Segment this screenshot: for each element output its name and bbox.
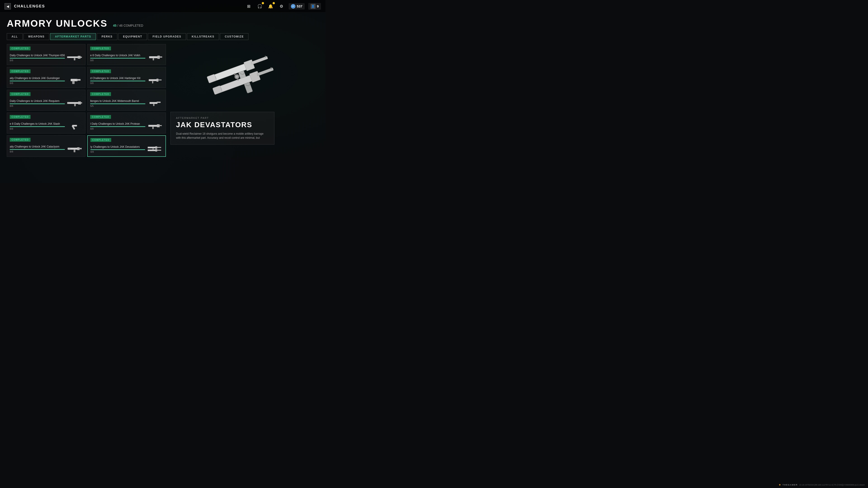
challenge-card[interactable]: COMPLETED Daily Challenges to Unlock JAK… bbox=[7, 44, 86, 65]
currency-display: CP 537 bbox=[289, 3, 305, 9]
challenge-row: Daily Challenges to Unlock JAK Requiem 8… bbox=[10, 98, 83, 108]
tab-killstreaks[interactable]: KILLSTREAKS bbox=[187, 33, 219, 40]
challenge-name: Daily Challenges to Unlock JAK Thumper-6… bbox=[10, 54, 65, 57]
weapon-3d-view bbox=[170, 44, 274, 112]
challenge-text: aily Challenges to Unlock JAK Cataclysm … bbox=[10, 145, 65, 153]
notification-badge bbox=[273, 2, 275, 4]
progress-text: 8/8 bbox=[10, 105, 65, 107]
svg-rect-34 bbox=[74, 150, 75, 152]
progress-bar bbox=[10, 126, 65, 127]
progress-bar-container bbox=[10, 103, 65, 104]
svg-rect-35 bbox=[148, 147, 156, 149]
svg-rect-15 bbox=[152, 81, 153, 84]
settings-icon[interactable]: ⚙ bbox=[278, 3, 285, 10]
progress-bar bbox=[90, 80, 145, 81]
svg-rect-0 bbox=[68, 57, 79, 58]
progress-bar bbox=[90, 126, 145, 127]
challenge-name: Daily Challenges to Unlock JAK Requiem bbox=[10, 99, 65, 103]
svg-rect-18 bbox=[80, 102, 82, 103]
progress-text: 5/5 bbox=[90, 105, 145, 107]
challenge-card[interactable]: COMPLETED l Daily Challenges to Unlock J… bbox=[87, 112, 166, 133]
svg-rect-40 bbox=[156, 150, 161, 151]
headset-badge bbox=[262, 2, 264, 4]
challenge-row: aily Challenges to Unlock JAK Cataclysm … bbox=[10, 144, 83, 154]
completed-badge: COMPLETED bbox=[10, 115, 31, 119]
weapon-info-name: JAK DEVASTATORS bbox=[176, 121, 269, 129]
currency-amount: 537 bbox=[297, 4, 303, 8]
notifications-icon[interactable]: 🔔 bbox=[267, 3, 274, 10]
weapon-thumbnail bbox=[67, 144, 83, 154]
progress-text: 8/8 bbox=[10, 150, 65, 153]
weapon-thumbnail bbox=[147, 53, 163, 63]
svg-rect-32 bbox=[79, 148, 82, 149]
challenge-name: ly Challenges to Unlock JAK Devastators bbox=[90, 145, 145, 149]
weapon-thumbnail bbox=[67, 75, 83, 86]
svg-rect-22 bbox=[157, 102, 161, 103]
progress-current: 45 bbox=[113, 24, 117, 27]
header-title: CHALLENGES bbox=[14, 4, 45, 8]
challenge-card[interactable]: COMPLETED e 8 Daily Challenges to Unlock… bbox=[87, 44, 166, 65]
challenge-row: Daily Challenges to Unlock JAK Thumper-6… bbox=[10, 53, 83, 63]
svg-rect-37 bbox=[156, 147, 161, 148]
challenge-card[interactable]: COMPLETED Daily Challenges to Unlock JAK… bbox=[7, 90, 86, 111]
challenge-text: e 8 Daily Challenges to Unlock JAK Slash… bbox=[10, 122, 65, 130]
progress-bar-container bbox=[10, 80, 65, 81]
svg-rect-14 bbox=[158, 79, 162, 80]
progress-bar bbox=[90, 149, 145, 150]
tab-equipment[interactable]: EQUIPMENT bbox=[118, 33, 147, 40]
filter-tabs: ALL WEAPONS AFTERMARKET PARTS PERKS EQUI… bbox=[7, 33, 319, 40]
svg-rect-28 bbox=[159, 125, 162, 126]
progress-text: 8/8 bbox=[90, 82, 145, 85]
player-level-display: 👤 9 bbox=[308, 3, 321, 10]
challenge-row: e 8 Daily Challenges to Unlock JAK Volkh… bbox=[90, 53, 163, 63]
challenge-card[interactable]: COMPLETED aily Challenges to Unlock JAK … bbox=[7, 67, 86, 88]
svg-rect-21 bbox=[149, 102, 157, 104]
grid-view-icon[interactable]: ⊞ bbox=[245, 3, 252, 10]
challenge-card[interactable]: COMPLETED llenges to Unlock JAK Widemout… bbox=[87, 90, 166, 111]
challenge-row: aily Challenges to Unlock JAK Gunslinger… bbox=[10, 75, 83, 86]
progress-bar-container bbox=[90, 126, 145, 127]
svg-rect-2 bbox=[80, 57, 82, 58]
svg-rect-7 bbox=[159, 57, 162, 58]
challenge-name: e 8 Daily Challenges to Unlock JAK Volkh bbox=[90, 54, 145, 57]
progress-bar-container bbox=[10, 126, 65, 127]
tab-perks[interactable]: PERKS bbox=[97, 33, 117, 40]
player-level: 9 bbox=[317, 4, 319, 8]
svg-rect-19 bbox=[67, 102, 69, 104]
challenge-card[interactable]: COMPLETED aily Challenges to Unlock JAK … bbox=[7, 135, 86, 157]
challenge-name: aily Challenges to Unlock JAK Cataclysm bbox=[10, 145, 65, 148]
challenge-card[interactable]: COMPLETED e 8 Daily Challenges to Unlock… bbox=[7, 112, 86, 133]
tab-aftermarket-parts[interactable]: AFTERMARKET PARTS bbox=[50, 33, 96, 40]
weapon-thumbnail bbox=[147, 75, 163, 86]
svg-rect-52 bbox=[244, 82, 252, 93]
progress-bar bbox=[90, 58, 145, 59]
svg-rect-29 bbox=[152, 127, 154, 129]
challenge-text: Daily Challenges to Unlock JAK Thumper-6… bbox=[10, 54, 65, 62]
tab-customize[interactable]: CUSTOMIZE bbox=[220, 33, 248, 40]
completed-badge: COMPLETED bbox=[90, 69, 111, 73]
progress-text: 8/8 bbox=[10, 127, 65, 130]
weapon-thumbnail bbox=[67, 53, 83, 63]
completed-badge: COMPLETED bbox=[90, 115, 111, 119]
challenge-card[interactable]: COMPLETED ly Challenges to Unlock JAK De… bbox=[87, 135, 166, 157]
progress-label: COMPLETED bbox=[123, 24, 143, 27]
headset-icon[interactable]: 🎧 bbox=[256, 3, 264, 10]
progress-bar bbox=[10, 103, 65, 104]
svg-rect-23 bbox=[153, 104, 154, 106]
progress-text: 8/8 bbox=[90, 151, 145, 153]
back-arrow-icon: ◀ bbox=[4, 3, 11, 9]
svg-rect-38 bbox=[148, 150, 156, 151]
weapon-thumbnail bbox=[147, 144, 163, 154]
svg-rect-9 bbox=[70, 79, 78, 81]
svg-rect-25 bbox=[72, 125, 77, 127]
tab-weapons[interactable]: WEAPONS bbox=[24, 33, 50, 40]
challenge-card[interactable]: COMPLETED d Challenges to Unlock JAK Har… bbox=[87, 67, 166, 88]
challenge-text: l Daily Challenges to Unlock JAK Protean… bbox=[90, 122, 145, 130]
completed-badge: COMPLETED bbox=[90, 138, 111, 142]
svg-rect-10 bbox=[76, 79, 81, 80]
progress-bar-container bbox=[90, 58, 145, 59]
tab-all[interactable]: ALL bbox=[7, 33, 23, 40]
tab-field-upgrades[interactable]: FIELD UPGRADES bbox=[148, 33, 186, 40]
challenge-text: d Challenges to Unlock JAK Harbinger Kit… bbox=[90, 76, 145, 85]
back-button[interactable]: ◀ bbox=[4, 3, 11, 9]
